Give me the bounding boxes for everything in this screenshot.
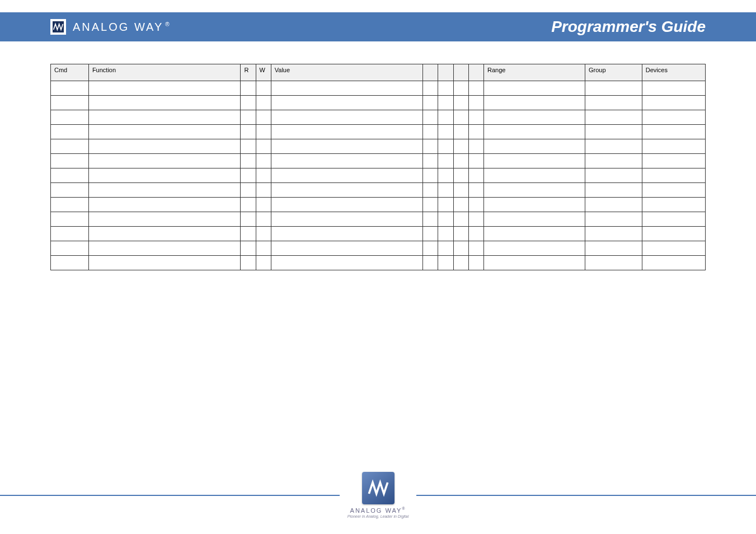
table-cell [483,139,585,154]
table-cell [423,256,438,270]
table-cell [453,227,468,241]
table-cell [585,256,642,270]
table-header-cell: Devices [642,64,705,81]
table-header-cell [453,64,468,81]
table-cell [88,110,241,125]
table-cell [468,198,483,212]
brand-block: ANALOG WAY® [50,19,171,35]
table-body [51,81,706,270]
table-cell [88,125,241,139]
table-row [51,110,706,125]
table-cell [468,81,483,96]
table-cell [438,227,453,241]
table-cell [453,81,468,96]
table-cell [483,96,585,110]
table-cell [241,125,256,139]
table-cell [256,168,271,183]
table-cell [453,110,468,125]
table-cell [453,139,468,154]
table-cell [271,110,423,125]
table-row [51,198,706,212]
table-cell [423,125,438,139]
table-cell [642,168,705,183]
brand-name: ANALOG WAY [73,21,163,33]
table-cell [483,241,585,256]
table-cell [51,212,89,227]
table-header-cell: Function [88,64,241,81]
table-cell [256,212,271,227]
table-cell [453,198,468,212]
table-header-cell: Cmd [51,64,89,81]
table-cell [483,110,585,125]
table-cell [483,198,585,212]
table-cell [438,125,453,139]
registered-icon: ® [165,21,171,27]
table-cell [88,256,241,270]
table-cell [468,212,483,227]
table-cell [51,96,89,110]
table-cell [241,256,256,270]
table-cell [241,198,256,212]
table-cell [642,198,705,212]
content-area: CmdFunctionRWValueRangeGroupDevices [0,41,756,270]
table-cell [423,154,438,168]
table-cell [483,227,585,241]
table-cell [483,183,585,198]
table-cell [585,241,642,256]
table-cell [438,139,453,154]
table-cell [642,212,705,227]
table-cell [585,81,642,96]
table-cell [423,96,438,110]
table-header-cell: Group [585,64,642,81]
table-cell [642,154,705,168]
table-cell [423,227,438,241]
table-header-cell: W [256,64,271,81]
table-cell [453,183,468,198]
wave-icon [367,477,389,499]
table-cell [585,183,642,198]
table-cell [271,154,423,168]
table-cell [642,96,705,110]
table-cell [88,81,241,96]
table-cell [88,183,241,198]
table-cell [453,168,468,183]
table-cell [51,125,89,139]
table-cell [256,96,271,110]
table-row [51,183,706,198]
footer-logo-block: ANALOG WAY® Pioneer in Analog, Leader in… [340,472,416,518]
table-cell [585,212,642,227]
table-cell [88,168,241,183]
table-cell [438,154,453,168]
table-header-cell: Range [483,64,585,81]
table-cell [88,154,241,168]
table-cell [483,81,585,96]
table-cell [438,212,453,227]
table-cell [585,125,642,139]
table-cell [241,241,256,256]
table-header-cell [438,64,453,81]
table-cell [642,183,705,198]
table-cell [585,168,642,183]
table-row [51,227,706,241]
table-cell [468,241,483,256]
brand-text: ANALOG WAY® [73,21,171,34]
table-cell [423,168,438,183]
table-cell [438,241,453,256]
table-cell [642,227,705,241]
table-cell [585,110,642,125]
table-cell [88,198,241,212]
footer: ANALOG WAY® Pioneer in Analog, Leader in… [0,472,756,518]
table-cell [642,110,705,125]
table-row [51,212,706,227]
footer-brand-text: ANALOG WAY® [350,507,406,514]
footer-rule-right [416,495,756,496]
table-cell [642,256,705,270]
table-cell [438,168,453,183]
footer-rule-left [0,495,340,496]
table-cell [423,81,438,96]
table-row [51,168,706,183]
table-cell [438,256,453,270]
table-cell [483,168,585,183]
table-cell [271,139,423,154]
table-cell [483,154,585,168]
